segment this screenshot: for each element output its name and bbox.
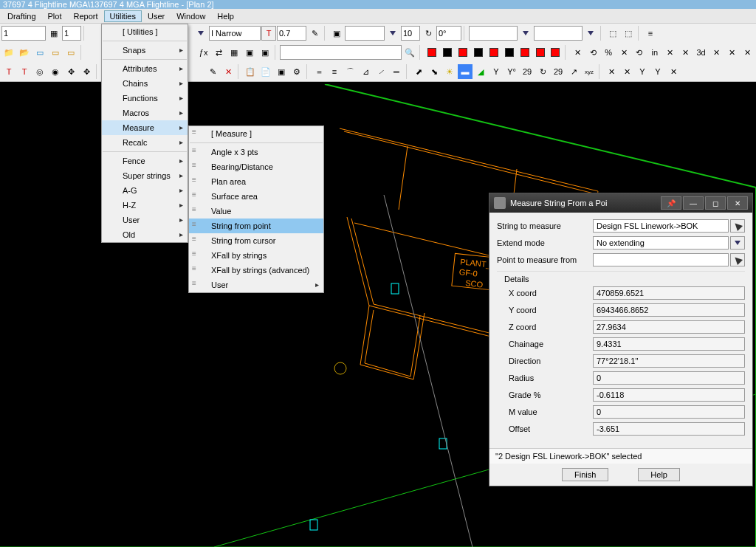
utilities-item-attributes[interactable]: Attributes [102,61,188,76]
utilities-item-snaps[interactable]: Snaps [102,43,188,58]
tool-a[interactable]: ✕ [570,45,585,60]
n1-icon[interactable]: ✕ [604,64,619,79]
sw8[interactable] [533,45,548,60]
m2-icon[interactable]: ⬊ [427,64,441,79]
measure-item-user[interactable]: ≡User [189,278,323,292]
menu-utilities[interactable]: Utilities [104,10,142,22]
sw7[interactable] [518,45,532,60]
help-button[interactable]: Help [638,468,680,481]
box3-icon[interactable]: ▭ [63,45,78,60]
tool-j[interactable]: ✕ [709,45,724,60]
close-icon[interactable]: ✕ [727,196,748,210]
tb-input-2[interactable] [62,26,81,41]
view-icon[interactable]: ▣ [242,45,257,60]
line1-icon[interactable]: ＝ [312,64,326,79]
measure-item-bearing-distance[interactable]: ≡Bearing/Distance [189,159,323,174]
utilities-item-measure[interactable]: Measure [102,120,188,135]
tool-b[interactable]: ⟲ [585,45,600,60]
tool-h[interactable]: ✕ [678,45,693,60]
field-extend-mode[interactable]: No extending [593,236,729,250]
field-string-to-measure[interactable]: Design FSL Linework->BOK [593,219,729,233]
search-input[interactable] [280,45,402,60]
n2-icon[interactable]: ✕ [619,64,634,79]
edit-x-icon[interactable]: ✕ [221,64,236,79]
menu-drafting[interactable]: Drafting [1,10,42,22]
maximize-icon[interactable]: ◻ [705,196,726,210]
box-icon[interactable]: ▭ [32,45,47,60]
line3-icon[interactable]: ⌒ [343,64,357,79]
dropdown-icon[interactable] [193,26,208,41]
pick-point-icon[interactable] [730,253,745,266]
narrow-select[interactable] [209,26,261,41]
target-icon[interactable]: ◎ [32,64,47,79]
align-icon[interactable]: ≡ [643,26,658,41]
measure-item--measure-[interactable]: ≡[ Measure ] [189,126,323,141]
measure-item-plan-area[interactable]: ≡Plan area [189,174,323,189]
paste-icon[interactable]: 📄 [258,64,273,79]
edit-a-icon[interactable]: ✎ [205,64,220,79]
m4-icon[interactable]: ◢ [473,64,488,79]
menu-window[interactable]: Window [171,10,211,22]
view2-icon[interactable]: ▣ [258,45,272,60]
n4-icon[interactable]: Y [650,64,665,79]
utilities-item-macros[interactable]: Macros [102,106,188,120]
utilities-item-old[interactable]: Old [102,227,188,242]
tb-input-1[interactable] [1,26,46,41]
dialog-titlebar[interactable]: Measure String From a Poi 📌 — ◻ ✕ [489,193,752,213]
utilities-item-fence[interactable]: Fence [102,154,188,168]
dd3-icon[interactable] [518,26,533,41]
m3-icon[interactable]: ▬ [458,64,472,79]
measure-item-string-from-point[interactable]: ≡String from point [189,219,323,233]
utilities-item-h-z[interactable]: H-Z [102,198,188,213]
copy-icon[interactable]: 📋 [243,64,258,79]
icon-b[interactable]: ⬚ [621,26,636,41]
tb-blank1[interactable] [345,26,385,41]
m10-icon[interactable]: ↗ [566,64,581,79]
tb-blank2[interactable] [469,26,518,41]
snap-t2-icon[interactable]: T [17,64,32,79]
sw9[interactable] [548,45,563,60]
utilities-item-functions[interactable]: Functions [102,91,188,106]
sw3[interactable] [456,45,470,60]
m9-icon[interactable]: 29 [551,64,566,79]
move-icon[interactable]: ✥ [63,64,78,79]
sun-icon[interactable]: ☀ [442,64,457,79]
bold-t-icon[interactable]: T [261,26,276,41]
sw4[interactable] [471,45,486,60]
menu-help[interactable]: Help [211,10,240,22]
tool-g[interactable]: ✕ [663,45,678,60]
tb-blank3[interactable] [534,26,583,41]
tb-angle[interactable] [436,26,461,41]
sym-icon[interactable]: ⇄ [212,45,227,60]
rotate-icon[interactable]: ↻ [421,26,436,41]
dd4-icon[interactable] [583,26,598,41]
measure-item-xfall-by-strings-advanced-[interactable]: ≡XFall by strings (advanced) [189,263,323,278]
sw2[interactable] [440,45,455,60]
layers2-icon[interactable]: ▣ [274,64,289,79]
layers-icon[interactable]: ▣ [329,26,344,41]
fx-icon[interactable]: ƒx [196,45,211,60]
m7-icon[interactable]: 29 [520,64,535,79]
extend-mode-dropdown-icon[interactable] [730,236,745,250]
utilities-item-user[interactable]: User [102,213,188,227]
snap-t-icon[interactable]: T [1,64,16,79]
measure-item-surface-area[interactable]: ≡Surface area [189,189,323,204]
search-icon[interactable]: 🔍 [402,45,417,60]
props-icon[interactable]: ⚙ [289,64,304,79]
grid2-icon[interactable]: ▦ [227,45,242,60]
tool-f[interactable]: in [647,45,662,60]
line2-icon[interactable]: ≡ [327,64,342,79]
pick-string-icon[interactable] [730,219,745,233]
utilities-item-a-g[interactable]: A-G [102,183,188,198]
sw1[interactable] [425,45,439,60]
menu-user[interactable]: User [142,10,171,22]
measure-item-value[interactable]: ≡Value [189,204,323,219]
measure-item-string-from-cursor[interactable]: ≡String from cursor [189,233,323,248]
tb-tval[interactable] [277,26,306,41]
folder-icon[interactable]: 📁 [1,45,16,60]
tool-e[interactable]: ⟲ [632,45,647,60]
line6-icon[interactable]: ═ [389,64,404,79]
n5-icon[interactable]: ✕ [666,64,681,79]
m6-icon[interactable]: Y° [504,64,519,79]
sw5[interactable] [487,45,501,60]
